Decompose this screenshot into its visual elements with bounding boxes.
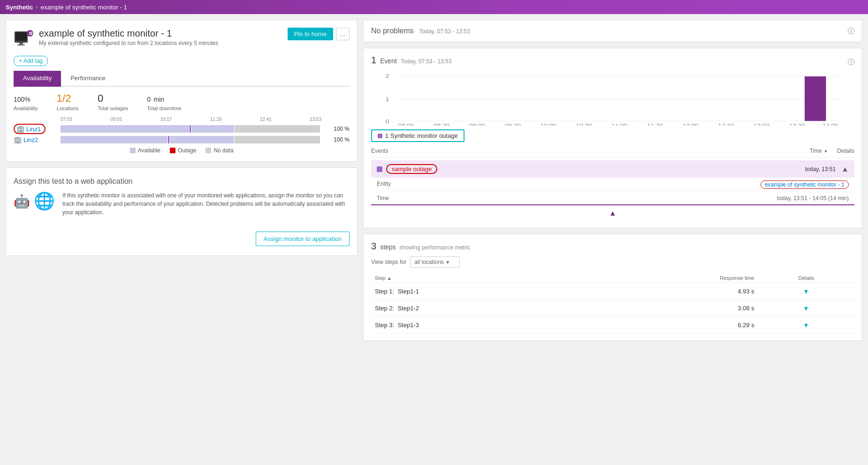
timeline-section: 07:53 09:05 10:17 11:29 12:41 13:53 🏢 Li… <box>14 117 350 154</box>
monitor-title-area: ⚙ example of synthetic monitor - 1 My ex… <box>14 28 218 48</box>
outage-badge-label: 1 Synthetic monitor outage <box>385 132 458 139</box>
legend-available-icon <box>130 148 136 153</box>
outage-badge[interactable]: 1 Synthetic monitor outage <box>371 129 464 142</box>
svg-rect-3 <box>17 45 25 45</box>
info-icon-events[interactable]: i <box>848 59 854 65</box>
main-layout: ⚙ example of synthetic monitor - 1 My ex… <box>0 14 868 465</box>
steps-card: 3 steps showing performance metric View … <box>363 234 862 341</box>
event-time-range: Today, 07:53 - 13:53 <box>401 58 452 65</box>
event-row-sample-outage[interactable]: sample outage today, 13:51 ▲ <box>371 160 854 178</box>
globe-icon: 🌐 <box>34 191 55 211</box>
step-row-2: Step 2: Step1-2 3.08 s ▾ <box>371 300 854 317</box>
linz2-avg: 100 % <box>324 136 350 143</box>
legend-no-data-label: No data <box>213 147 233 154</box>
steps-dropdown[interactable]: all locations ▼ <box>410 256 460 268</box>
event-row-chevron[interactable]: ▲ <box>841 165 849 173</box>
more-options-button[interactable]: ... <box>336 28 350 40</box>
collapse-button[interactable]: ▲ <box>371 205 854 221</box>
monitor-header: ⚙ example of synthetic monitor - 1 My ex… <box>14 28 350 48</box>
no-problems-time: Today, 07:53 - 13:53 <box>419 28 470 35</box>
stat-locations: 1/2 Locations <box>57 92 79 111</box>
steps-filter: View steps for all locations ▼ <box>371 256 854 268</box>
linz2-label[interactable]: Linz2 <box>23 136 38 143</box>
svg-text:0: 0 <box>385 119 389 125</box>
steps-table-header-row: Step ▲ Response time Details <box>371 273 854 283</box>
location-label-linz2: 🏢 Linz2 <box>14 136 61 143</box>
assign-description: If this synthetic monitor is associated … <box>62 191 350 217</box>
pin-to-home-button[interactable]: Pin to home <box>288 28 333 40</box>
step-1-label: Step 1: Step1-1 <box>371 283 585 300</box>
location-row-linz2: 🏢 Linz2 100 % <box>14 136 350 143</box>
event-row-right: today, 13:51 ▲ <box>805 165 849 173</box>
collapse-icon: ▲ <box>609 209 617 218</box>
no-problems-card: No problems Today, 07:53 - 13:53 i <box>363 20 862 42</box>
step-1-expand[interactable]: ▾ <box>758 283 854 300</box>
events-header-right: Time ▼ Details <box>810 148 854 154</box>
legend-outage: Outage <box>170 147 196 154</box>
assign-title: Assign this test to a web application <box>14 177 350 186</box>
bar-available-3 <box>61 136 168 143</box>
sort-icon: ▼ <box>823 149 828 154</box>
monitor-icon: ⚙ <box>14 28 34 48</box>
event-card-header: 1 Event Today, 07:53 - 13:53 i <box>371 55 854 66</box>
step-3-expand-icon[interactable]: ▾ <box>804 321 808 329</box>
stat-availability-value: 100% <box>14 92 38 105</box>
svg-text:08:00: 08:00 <box>398 123 414 126</box>
topbar-brand[interactable]: Synthetic <box>6 4 33 11</box>
time-detail-value: today, 13:51 - 14:05 (14 min) <box>777 195 849 202</box>
stat-locations-label: Locations <box>57 105 79 111</box>
assign-body: 🤖 🌐 If this synthetic monitor is associa… <box>14 191 350 217</box>
bar-available-1 <box>61 125 189 133</box>
svg-text:11:00: 11:00 <box>611 123 627 126</box>
right-panel: No problems Today, 07:53 - 13:53 i 1 Eve… <box>363 20 862 459</box>
monitor-title: example of synthetic monitor - 1 <box>39 28 218 39</box>
assign-monitor-button[interactable]: Assign monitor to application <box>256 232 350 246</box>
step-3-expand[interactable]: ▾ <box>758 317 854 334</box>
step-2-label: Step 2: Step1-2 <box>371 300 585 317</box>
entity-value[interactable]: example of synthetic monitor - 1 <box>761 180 849 189</box>
steps-subtitle: showing performance metric <box>400 244 471 251</box>
info-icon-problems[interactable]: i <box>848 28 854 34</box>
legend-no-data-icon <box>206 148 211 153</box>
linz1-label[interactable]: Linz1 <box>26 126 41 133</box>
svg-text:⚙: ⚙ <box>29 31 33 36</box>
linz2-timeline-bar <box>61 136 320 143</box>
linz2-icon: 🏢 <box>14 136 22 143</box>
legend-outage-icon <box>170 148 175 153</box>
legend-outage-label: Outage <box>178 147 196 154</box>
svg-text:10:30: 10:30 <box>576 123 592 126</box>
monitor-subtitle: My external synthetic configured to run … <box>39 40 218 46</box>
event-label: Event <box>380 57 397 65</box>
step-2-expand-icon[interactable]: ▾ <box>804 304 808 312</box>
svg-text:08:30: 08:30 <box>434 123 449 126</box>
svg-text:13:30: 13:30 <box>789 123 805 126</box>
col-details: Details <box>837 148 854 154</box>
timeline-labels: 07:53 09:05 10:17 11:29 12:41 13:53 <box>14 117 350 122</box>
event-chart-svg: 2 1 0 08:00 08:30 09:00 09:30 10:00 10:3… <box>371 69 854 126</box>
add-tag-button[interactable]: + Add tag <box>14 56 48 66</box>
stat-availability: 100% Availability <box>14 92 38 111</box>
svg-text:09:00: 09:00 <box>469 123 485 126</box>
step-2-expand[interactable]: ▾ <box>758 300 854 317</box>
left-panel: ⚙ example of synthetic monitor - 1 My ex… <box>6 20 358 459</box>
col-time: Time ▼ <box>810 148 828 154</box>
steps-table: Step ▲ Response time Details Step 1: Ste… <box>371 273 854 334</box>
step-1-time: 4.93 s <box>585 283 758 300</box>
svg-text:1: 1 <box>385 97 389 103</box>
tab-availability[interactable]: Availability <box>14 71 61 87</box>
location-row-linz1: 🏢 Linz1 100 % <box>14 124 350 134</box>
step-1-expand-icon[interactable]: ▾ <box>804 287 808 295</box>
stat-total-downtime: 0 min Total downtime <box>147 92 181 111</box>
svg-rect-1 <box>15 32 27 41</box>
no-problems-title: No problems <box>371 27 414 35</box>
tab-performance[interactable]: Performance <box>61 71 114 87</box>
svg-text:12:00: 12:00 <box>682 123 698 126</box>
monitor-header-card: ⚙ example of synthetic monitor - 1 My ex… <box>6 20 358 162</box>
monitor-title-text: example of synthetic monitor - 1 My exte… <box>39 28 218 46</box>
stat-total-outages: 0 Total outages <box>98 92 128 111</box>
tab-bar: Availability Performance <box>14 71 350 87</box>
no-problems-content: No problems Today, 07:53 - 13:53 <box>371 27 470 35</box>
bar-available-2 <box>191 125 234 133</box>
bar-nodata-1 <box>235 125 320 133</box>
svg-text:12:30: 12:30 <box>718 123 734 126</box>
